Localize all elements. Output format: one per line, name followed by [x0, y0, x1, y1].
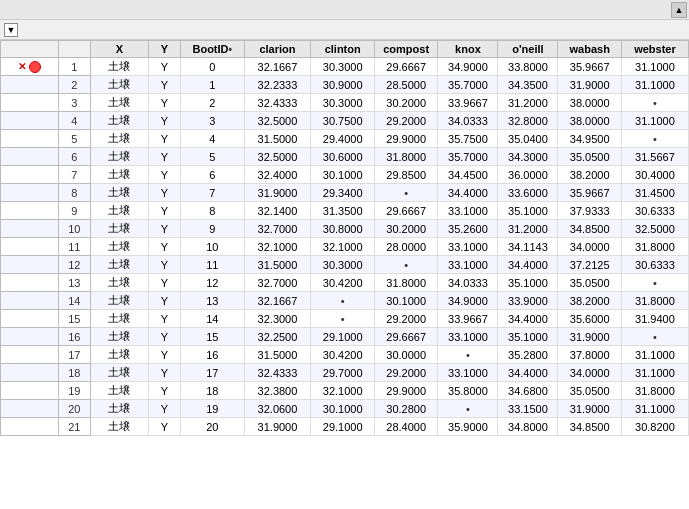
cell-wabash: 35.9667 — [558, 184, 621, 202]
table-row: 16土壌Y1532.250029.100029.666733.100035.10… — [1, 328, 689, 346]
cell-bootid: 9 — [181, 220, 244, 238]
cell-y: Y — [148, 58, 180, 76]
col-header-bootid[interactable]: BootID• — [181, 41, 244, 58]
cell-knox: 33.1000 — [438, 238, 498, 256]
row-number: 15 — [58, 310, 90, 328]
row-number: 4 — [58, 112, 90, 130]
cell-y: Y — [148, 94, 180, 112]
scroll-up-button[interactable]: ▲ — [671, 2, 687, 18]
row-number: 21 — [58, 418, 90, 436]
cell-knox: • — [438, 400, 498, 418]
cell-wabash: 35.0500 — [558, 148, 621, 166]
cell-bootid: 0 — [181, 58, 244, 76]
cell-x: 土壌 — [91, 364, 149, 382]
cell-clarion: 32.7000 — [244, 220, 311, 238]
cell-webster: 30.6333 — [621, 256, 688, 274]
cell-clarion: 31.5000 — [244, 130, 311, 148]
cell-clinton: • — [311, 292, 374, 310]
cell-oneill: 35.1000 — [498, 328, 558, 346]
cell-clinton: 29.3400 — [311, 184, 374, 202]
cell-knox: 33.9667 — [438, 94, 498, 112]
cell-wabash: 35.6000 — [558, 310, 621, 328]
cell-oneill: 34.3500 — [498, 76, 558, 94]
table-row: 12土壌Y1131.500030.3000•33.100034.400037.2… — [1, 256, 689, 274]
row-number: 16 — [58, 328, 90, 346]
cell-bootid: 19 — [181, 400, 244, 418]
col-header-knox: knox — [438, 41, 498, 58]
table-row: 21土壌Y2031.900029.100028.400035.900034.80… — [1, 418, 689, 436]
col-header-webster: webster — [621, 41, 688, 58]
cell-y: Y — [148, 346, 180, 364]
cell-clinton: 30.3000 — [311, 58, 374, 76]
cell-wabash: 37.9333 — [558, 202, 621, 220]
cell-knox: 35.7500 — [438, 130, 498, 148]
cell-wabash: 38.2000 — [558, 292, 621, 310]
cell-y: Y — [148, 310, 180, 328]
cell-knox: 33.1000 — [438, 256, 498, 274]
row-number: 18 — [58, 364, 90, 382]
cell-knox: 35.7000 — [438, 76, 498, 94]
row-delete-button[interactable]: ✕ — [17, 61, 27, 72]
header-row: XYBootID•clarionclintoncompostknoxo'neil… — [1, 41, 689, 58]
filter-dropdown[interactable]: ▼ — [4, 23, 18, 37]
cell-x: 土壌 — [91, 166, 149, 184]
cell-x: 土壌 — [91, 382, 149, 400]
cell-knox: 34.4000 — [438, 184, 498, 202]
cell-webster: 31.1000 — [621, 76, 688, 94]
cell-y: Y — [148, 382, 180, 400]
cell-wabash: 38.0000 — [558, 94, 621, 112]
cell-bootid: 17 — [181, 364, 244, 382]
col-header-clarion: clarion — [244, 41, 311, 58]
cell-webster: • — [621, 328, 688, 346]
cell-wabash: 34.8500 — [558, 220, 621, 238]
cell-bootid: 13 — [181, 292, 244, 310]
row-circle-button[interactable] — [29, 61, 41, 73]
row-controls-cell — [1, 418, 59, 436]
col-header-compost: compost — [374, 41, 437, 58]
cell-clinton: • — [311, 310, 374, 328]
cell-webster: 31.1000 — [621, 400, 688, 418]
cell-clarion: 32.5000 — [244, 112, 311, 130]
cell-knox: 33.1000 — [438, 364, 498, 382]
row-controls-cell — [1, 94, 59, 112]
cell-x: 土壌 — [91, 58, 149, 76]
cell-clarion: 32.1400 — [244, 202, 311, 220]
cell-wabash: 37.2125 — [558, 256, 621, 274]
row-controls-cell — [1, 238, 59, 256]
table-row: 3土壌Y232.433330.300030.200033.966731.2000… — [1, 94, 689, 112]
row-controls-cell — [1, 400, 59, 418]
row-number: 5 — [58, 130, 90, 148]
cell-clinton: 29.7000 — [311, 364, 374, 382]
cell-bootid: 1 — [181, 76, 244, 94]
cell-oneill: 34.1143 — [498, 238, 558, 256]
table-row: 19土壌Y1832.380032.100029.900035.800034.68… — [1, 382, 689, 400]
cell-x: 土壌 — [91, 112, 149, 130]
cell-compost: 31.8000 — [374, 148, 437, 166]
cell-bootid: 7 — [181, 184, 244, 202]
controls-col-header — [1, 41, 59, 58]
cell-clinton: 29.1000 — [311, 418, 374, 436]
cell-compost: 29.2000 — [374, 112, 437, 130]
cell-x: 土壌 — [91, 238, 149, 256]
row-controls-cell — [1, 328, 59, 346]
row-controls-cell — [1, 364, 59, 382]
cell-clarion: 31.5000 — [244, 346, 311, 364]
cell-compost: 29.9000 — [374, 382, 437, 400]
cell-x: 土壌 — [91, 346, 149, 364]
cell-webster: 31.1000 — [621, 346, 688, 364]
cell-clinton: 30.3000 — [311, 94, 374, 112]
table-row: 6土壌Y532.500030.600031.800035.700034.3000… — [1, 148, 689, 166]
cell-webster: 31.1000 — [621, 58, 688, 76]
cell-x: 土壌 — [91, 94, 149, 112]
table-row: ✕1土壌Y032.166730.300029.666734.900033.800… — [1, 58, 689, 76]
cell-knox: 35.7000 — [438, 148, 498, 166]
row-number: 10 — [58, 220, 90, 238]
row-number: 1 — [58, 58, 90, 76]
cell-compost: 30.1000 — [374, 292, 437, 310]
row-number: 3 — [58, 94, 90, 112]
cell-clinton: 30.8000 — [311, 220, 374, 238]
row-controls-cell — [1, 202, 59, 220]
cell-webster: 31.9400 — [621, 310, 688, 328]
row-number: 12 — [58, 256, 90, 274]
row-controls-cell — [1, 76, 59, 94]
